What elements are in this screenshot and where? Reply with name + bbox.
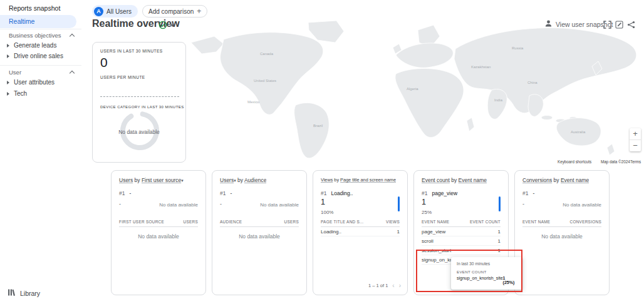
top-item-rank-row: #1Loading.. (321, 190, 353, 196)
top-item-value: - (220, 201, 222, 207)
map-country-label: Canada (260, 52, 273, 56)
table-empty-text: No data available (212, 233, 306, 240)
no-data-text: No data available (159, 202, 198, 208)
title-dropdown-caret-icon[interactable] (170, 24, 174, 27)
pagination-label: 1 – 1 of 1 (368, 283, 388, 288)
collapse-chevron-icon[interactable] (70, 34, 75, 39)
dimension-selector[interactable]: Event name (459, 177, 487, 183)
map-terms-link[interactable]: Terms (630, 160, 641, 164)
device-no-data-text: No data available (93, 129, 185, 135)
card-users-by-first-user-source: Users by First user source▾ #1- - No dat… (111, 170, 206, 295)
column-header-dimension: EVENT NAME (422, 220, 449, 224)
users-per-minute-label: USERS PER MINUTE (100, 75, 145, 79)
map-country-label: United States (254, 79, 276, 83)
top-item-rank-row: #1- (119, 190, 131, 196)
card-title: Users▾ by Audience (220, 177, 266, 183)
column-header-metric: VIEWS (386, 220, 400, 224)
users-30min-value: 0 (100, 55, 108, 70)
card-views-by-page-title: Views by Page title and screen name #1Lo… (313, 170, 408, 295)
all-users-comparison-chip[interactable]: A All Users (92, 5, 138, 18)
dimension-selector[interactable]: Audience (244, 177, 266, 183)
share-icon[interactable] (627, 20, 635, 31)
add-comparison-label: Add comparison (148, 8, 194, 15)
metric-selector[interactable]: Users (119, 177, 133, 183)
dimension-selector[interactable]: Page title and screen name (340, 177, 396, 183)
column-header-dimension: PAGE TITLE AND S... (321, 220, 363, 224)
realtime-world-map[interactable]: Canada United States Mexico Brazil Russi… (186, 18, 644, 165)
metric-selector[interactable]: Event count (422, 177, 450, 183)
top-item-percent: 25% (422, 210, 432, 215)
library-icon (8, 288, 16, 298)
metric-selector[interactable]: Views (321, 177, 333, 183)
customize-report-icon[interactable] (615, 20, 623, 31)
table-header: EVENT NAMECONVERSIONS (522, 220, 601, 227)
row-name: scroll (422, 238, 434, 244)
expand-arrow-icon[interactable] (7, 54, 9, 58)
map-country-label: China (527, 81, 538, 84)
column-header-metric: CONVERSIONS (569, 220, 601, 224)
map-data-attribution: Map data ©2024 (601, 160, 630, 164)
row-value: 1 (498, 238, 501, 244)
card-conversions-by-event-name: Conversions by Event name #1- - No data … (514, 170, 610, 295)
sidebar-item-generate-leads[interactable]: Generate leads (14, 42, 56, 49)
zoom-in-button[interactable]: + (630, 128, 641, 139)
table-header: FIRST USER SOURCEUSERS (119, 220, 198, 227)
top-item-value: 1 (321, 198, 325, 206)
row-name: page_view (422, 229, 445, 235)
sidebar-section-user[interactable]: User (9, 69, 21, 76)
sidebar-divider (0, 29, 81, 29)
card-title: Conversions by Event name (522, 177, 589, 183)
data-quality-check-icon[interactable] (158, 21, 167, 32)
row-value: 1 (397, 229, 400, 235)
add-comparison-button[interactable]: Add comparison + (142, 5, 207, 18)
world-map-graphic (186, 18, 644, 165)
table-row[interactable]: page_view1 (422, 227, 501, 236)
metric-selector[interactable]: Conversions (522, 177, 552, 183)
map-country-label: Mexico (247, 100, 259, 104)
keyboard-shortcuts-link[interactable]: Keyboard shortcuts (558, 160, 591, 164)
table-row[interactable]: scroll1 (422, 236, 501, 246)
top-item-value: - (119, 201, 121, 207)
rank-label: #1 (119, 190, 125, 196)
device-category-label: DEVICE CATEGORY IN LAST 30 MINUTES (100, 104, 184, 109)
top-item-name: page_view (432, 190, 457, 196)
collapse-chevron-icon[interactable] (70, 71, 75, 76)
users-per-minute-sparkline (100, 96, 179, 97)
card-title: Views by Page title and screen name (321, 177, 396, 183)
user-snapshot-icon (544, 19, 553, 29)
sidebar-item-drive-online-sales[interactable]: Drive online sales (14, 53, 63, 59)
report-nav-sidebar: Reports snapshot Realtime Business objec… (0, 0, 81, 299)
table-header: PAGE TITLE AND S...VIEWS (321, 220, 400, 227)
expand-arrow-icon[interactable] (7, 92, 9, 96)
sidebar-divider (0, 65, 81, 66)
table-empty-text: No data available (112, 233, 205, 240)
zoom-out-button[interactable]: − (630, 140, 641, 151)
comparison-avatar: A (94, 7, 103, 16)
dimension-selector[interactable]: First user source (142, 177, 181, 183)
top-item-rank-row: #1- (220, 190, 232, 196)
top-item-bar (398, 196, 400, 211)
sidebar-item-realtime-active[interactable]: Realtime (0, 15, 76, 28)
table-row[interactable]: Loading..1 (321, 227, 400, 236)
sidebar-item-tech[interactable]: Tech (14, 90, 27, 97)
top-item-bar (499, 196, 501, 211)
fullscreen-icon[interactable] (603, 20, 611, 31)
expand-arrow-icon[interactable] (7, 81, 9, 84)
map-country-label: Kazakhstan (471, 65, 491, 69)
title-by-text: by (450, 177, 459, 183)
sidebar-item-library[interactable]: Library (8, 288, 40, 298)
table-body: Loading..1 (321, 227, 400, 236)
row-value: 1 (498, 229, 501, 235)
column-header-dimension: EVENT NAME (522, 220, 550, 224)
top-item-name: - (129, 190, 131, 196)
sidebar-item-user-attributes[interactable]: User attributes (14, 79, 55, 86)
pagination-prev-icon[interactable]: ‹ (392, 282, 394, 289)
expand-arrow-icon[interactable] (7, 44, 9, 48)
pagination-next-icon[interactable]: › (399, 282, 401, 289)
library-label: Library (20, 290, 40, 297)
sidebar-section-business-objectives[interactable]: Business objectives (9, 32, 61, 39)
metric-selector[interactable]: Users (220, 177, 234, 183)
dimension-selector[interactable]: Event name (561, 177, 589, 183)
sidebar-item-reports-snapshot[interactable]: Reports snapshot (9, 4, 60, 12)
rank-label: #1 (422, 190, 427, 196)
